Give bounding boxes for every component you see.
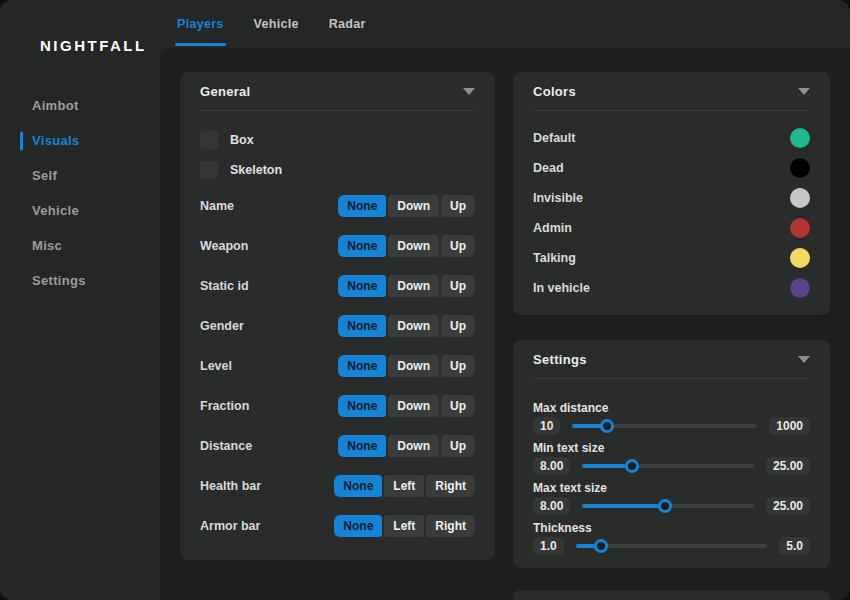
slider-groups: Max distance 10 1000 Min text size: [533, 379, 810, 556]
segment-option[interactable]: Up: [441, 395, 475, 417]
settings-panel: Settings Max distance 10 1000: [513, 340, 830, 568]
segment-option[interactable]: None: [338, 195, 386, 217]
checkbox-group: Box Skeleton: [200, 125, 475, 185]
settings-panel-header[interactable]: Settings: [533, 340, 810, 379]
slider-fill: [576, 544, 601, 548]
segment-option[interactable]: None: [338, 435, 386, 457]
segment-option[interactable]: Right: [426, 515, 475, 537]
sidebar-item-label: Misc: [32, 238, 62, 253]
segment-option[interactable]: None: [338, 395, 386, 417]
esp-row-weapon: Weapon None Down Up: [200, 226, 475, 266]
color-row-talking: Talking: [533, 243, 810, 273]
color-rows: Default Dead Invisible Admin Talking: [533, 123, 810, 303]
tab-radar[interactable]: Radar: [329, 0, 366, 48]
color-row-admin: Admin: [533, 213, 810, 243]
sidebar-item-aimbot[interactable]: Aimbot: [0, 88, 160, 123]
slider-thumb[interactable]: [594, 539, 608, 553]
color-swatch[interactable]: [790, 218, 810, 238]
color-swatch[interactable]: [790, 248, 810, 268]
color-label: In vehicle: [533, 281, 590, 295]
color-label: Talking: [533, 251, 576, 265]
segment-option[interactable]: Down: [388, 315, 439, 337]
slider-group-thickness: Thickness 1.0 5.0: [533, 520, 810, 556]
brand-title: NIGHTFALL: [40, 37, 147, 54]
segmented-control: None Down Up: [338, 355, 475, 377]
segment-option[interactable]: None: [334, 475, 382, 497]
tab-players[interactable]: Players: [177, 0, 224, 48]
color-row-in-vehicle: In vehicle: [533, 273, 810, 303]
segment-option[interactable]: Left: [384, 515, 424, 537]
segment-option[interactable]: Down: [388, 395, 439, 417]
active-indicator-bar: [20, 131, 23, 150]
segment-option[interactable]: Down: [388, 195, 439, 217]
segment-option[interactable]: Right: [426, 475, 475, 497]
slider-fill: [582, 464, 632, 468]
color-label: Invisible: [533, 191, 583, 205]
color-swatch[interactable]: [790, 158, 810, 178]
slider-track[interactable]: [582, 464, 754, 468]
esp-row-label: Weapon: [200, 239, 248, 253]
color-swatch[interactable]: [790, 128, 810, 148]
sidebar-item-visuals[interactable]: Visuals: [0, 123, 160, 158]
box-checkbox[interactable]: [200, 131, 218, 149]
chevron-down-icon[interactable]: [798, 356, 810, 363]
skeleton-checkbox[interactable]: [200, 161, 218, 179]
esp-row-label: Distance: [200, 439, 252, 453]
segment-option[interactable]: None: [338, 275, 386, 297]
slider-row: 8.00 25.00: [533, 456, 810, 476]
sidebar-item-settings[interactable]: Settings: [0, 263, 160, 298]
sidebar-item-self[interactable]: Self: [0, 158, 160, 193]
chevron-down-icon[interactable]: [463, 88, 475, 95]
slider-thumb[interactable]: [625, 459, 639, 473]
slider-track[interactable]: [572, 424, 757, 428]
slider-max-value: 25.00: [766, 457, 810, 475]
esp-row-label: Health bar: [200, 479, 261, 493]
slider-group-max-distance: Max distance 10 1000: [533, 400, 810, 436]
tab-label: Vehicle: [254, 17, 299, 31]
color-label: Default: [533, 131, 575, 145]
sidebar-item-label: Aimbot: [32, 98, 79, 113]
slider-min-value: 1.0: [533, 537, 564, 555]
segment-option[interactable]: Down: [388, 355, 439, 377]
color-swatch[interactable]: [790, 188, 810, 208]
tab-vehicle[interactable]: Vehicle: [254, 0, 299, 48]
sidebar-item-misc[interactable]: Misc: [0, 228, 160, 263]
segment-option[interactable]: Down: [388, 235, 439, 257]
slider-min-value: 10: [533, 417, 560, 435]
segment-option[interactable]: None: [338, 355, 386, 377]
slider-row: 10 1000: [533, 416, 810, 436]
segmented-control: None Down Up: [338, 315, 475, 337]
slider-track[interactable]: [582, 504, 754, 508]
slider-track[interactable]: [576, 544, 768, 548]
esp-row-name: Name None Down Up: [200, 186, 475, 226]
sidebar-item-vehicle[interactable]: Vehicle: [0, 193, 160, 228]
slider-max-value: 5.0: [779, 537, 810, 555]
segment-option[interactable]: None: [338, 235, 386, 257]
segment-option[interactable]: Down: [388, 435, 439, 457]
segment-option[interactable]: Left: [384, 475, 424, 497]
slider-thumb[interactable]: [600, 419, 614, 433]
segment-option[interactable]: Down: [388, 275, 439, 297]
slider-row: 8.00 25.00: [533, 496, 810, 516]
slider-thumb[interactable]: [658, 499, 672, 513]
colors-panel-header[interactable]: Colors: [533, 72, 810, 111]
segment-option[interactable]: Up: [441, 195, 475, 217]
esp-row-distance: Distance None Down Up: [200, 426, 475, 466]
segment-option[interactable]: Up: [441, 235, 475, 257]
sidebar-item-label: Visuals: [32, 133, 79, 148]
segment-option[interactable]: Up: [441, 435, 475, 457]
segment-option[interactable]: None: [338, 315, 386, 337]
chevron-down-icon[interactable]: [798, 88, 810, 95]
general-panel-header[interactable]: General: [200, 72, 475, 111]
segment-option[interactable]: Up: [441, 275, 475, 297]
segment-option[interactable]: Up: [441, 315, 475, 337]
esp-row-armor-bar: Armor bar None Left Right: [200, 506, 475, 546]
segmented-control: None Down Up: [338, 435, 475, 457]
sidebar-item-label: Settings: [32, 273, 86, 288]
esp-row-static-id: Static id None Down Up: [200, 266, 475, 306]
segment-option[interactable]: Up: [441, 355, 475, 377]
color-swatch[interactable]: [790, 278, 810, 298]
sidebar-item-label: Self: [32, 168, 57, 183]
esp-row-gender: Gender None Down Up: [200, 306, 475, 346]
segment-option[interactable]: None: [334, 515, 382, 537]
